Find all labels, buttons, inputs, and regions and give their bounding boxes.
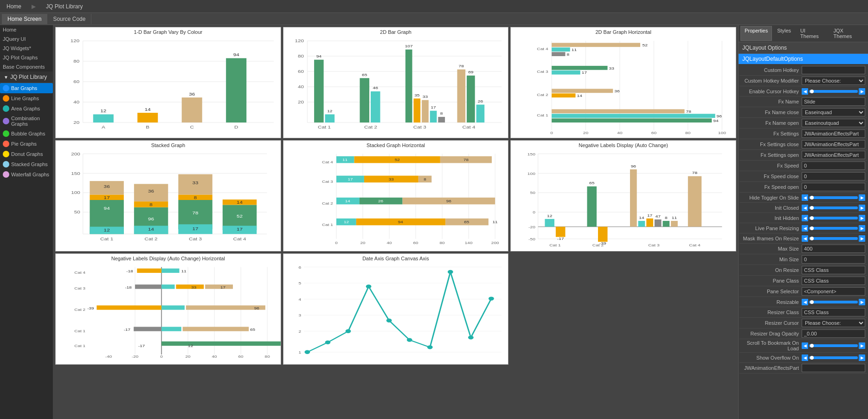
tab-styles[interactable]: Styles <box>773 26 795 41</box>
sidebar-item-bubble-graphs[interactable]: Bubble Graphs <box>0 129 53 139</box>
sidebar-item-jquery-ui[interactable]: JQuery UI <box>0 34 53 44</box>
right-panel-selected[interactable]: JQLayoutDefaultOptions <box>739 54 868 64</box>
slider-left-btn[interactable]: ◀ <box>802 235 808 242</box>
slider-right-btn[interactable]: ▶ <box>859 342 865 349</box>
prop-input[interactable] <box>802 183 865 191</box>
svg-text:12: 12 <box>327 109 332 113</box>
svg-rect-269 <box>161 342 281 346</box>
tab-jqx-themes[interactable]: JQX Themes <box>829 26 866 41</box>
svg-point-291 <box>406 338 412 342</box>
prop-select[interactable]: Please Choose: <box>802 319 865 327</box>
slider-track[interactable] <box>809 90 858 93</box>
slider-left-btn[interactable]: ◀ <box>802 355 808 361</box>
sidebar-item-waterfall-graphs[interactable]: Waterfall Graphs <box>0 169 53 180</box>
prop-input[interactable] <box>802 329 865 338</box>
prop-input[interactable] <box>802 255 865 264</box>
svg-text:Cat 2: Cat 2 <box>592 243 604 247</box>
prop-input[interactable] <box>802 287 865 296</box>
bar-graphs-icon <box>3 85 9 91</box>
prop-input[interactable] <box>802 66 865 74</box>
slider-left-btn[interactable]: ◀ <box>802 215 808 221</box>
prop-select[interactable]: Easeinoutquad <box>802 119 865 127</box>
svg-text:60: 60 <box>651 131 656 135</box>
slider-right-btn[interactable]: ▶ <box>859 235 865 242</box>
prop-input[interactable] <box>802 277 865 285</box>
slider-right-btn[interactable]: ▶ <box>859 205 865 211</box>
svg-point-286 <box>304 350 310 354</box>
slider-thumb[interactable] <box>810 226 814 230</box>
sidebar-item-combination-graphs[interactable]: Combination Graphs <box>0 114 53 129</box>
prop-input[interactable] <box>802 266 865 274</box>
slider-right-btn[interactable]: ▶ <box>859 355 865 361</box>
prop-label: Scroll To Bookmark On Load <box>741 340 802 351</box>
prop-select[interactable]: Easeinquad <box>802 108 865 116</box>
slider-right-btn[interactable]: ▶ <box>859 194 865 201</box>
svg-text:17: 17 <box>647 213 652 217</box>
slider-track[interactable] <box>809 344 858 347</box>
slider-track[interactable] <box>809 206 858 209</box>
sidebar-item-area-graphs[interactable]: Area Graphs <box>0 103 53 114</box>
slider-thumb[interactable] <box>810 300 814 304</box>
base-components-label: Base Components <box>3 64 45 70</box>
prop-input[interactable] <box>802 129 865 138</box>
svg-text:200: 200 <box>491 241 499 245</box>
slider-left-btn[interactable]: ◀ <box>802 342 808 349</box>
prop-input[interactable] <box>802 151 865 159</box>
slider-track[interactable] <box>809 301 858 303</box>
slider-right-btn[interactable]: ▶ <box>859 215 865 221</box>
slider-left-btn[interactable]: ◀ <box>802 299 808 305</box>
prop-label: Resizer Cursor <box>741 320 802 326</box>
slider-left-btn[interactable]: ◀ <box>802 225 808 232</box>
prop-input[interactable] <box>802 97 865 106</box>
prop-row: Show Overflow On◀▶ <box>739 353 867 363</box>
slider-thumb[interactable] <box>810 90 814 93</box>
lib-header[interactable]: ▼ JQ Plot Library <box>0 71 53 83</box>
sidebar-item-base-components[interactable]: Base Components <box>0 62 53 71</box>
nav-jq-plot-library[interactable]: JQ Plot Library <box>43 1 85 12</box>
sidebar-item-donut-graphs[interactable]: Donut Graphs <box>0 149 53 159</box>
slider-track[interactable] <box>809 237 858 240</box>
prop-value-container <box>802 255 865 264</box>
area-graphs-icon <box>3 105 9 112</box>
slider-right-btn[interactable]: ▶ <box>859 225 865 232</box>
prop-input[interactable] <box>802 172 865 180</box>
sidebar-item-jq-plot-graphs[interactable]: JQ Plot Graphs <box>0 53 53 62</box>
slider-right-btn[interactable]: ▶ <box>859 88 865 95</box>
slider-track[interactable] <box>809 356 858 359</box>
sidebar-item-bar-graphs[interactable]: Bar Graphs <box>0 83 53 93</box>
tab-ui-themes[interactable]: UI Themes <box>796 26 828 41</box>
svg-rect-83 <box>552 66 607 70</box>
slider-thumb[interactable] <box>810 196 814 200</box>
slider-thumb[interactable] <box>810 216 814 220</box>
slider-left-btn[interactable]: ◀ <box>802 194 808 201</box>
sidebar-item-home[interactable]: Home <box>0 25 53 34</box>
slider-thumb[interactable] <box>810 356 814 360</box>
prop-select[interactable]: Please Choose: <box>802 77 865 85</box>
svg-text:200: 200 <box>71 152 80 156</box>
prop-label: Pane Class <box>741 278 802 284</box>
slider-left-btn[interactable]: ◀ <box>802 205 808 211</box>
tab-properties[interactable]: Properties <box>740 26 772 41</box>
slider-left-btn[interactable]: ◀ <box>802 88 808 95</box>
prop-input[interactable] <box>802 161 865 170</box>
svg-rect-204 <box>587 187 597 227</box>
prop-input[interactable] <box>802 364 865 372</box>
sidebar-item-pie-graphs[interactable]: Pie Graphs <box>0 139 53 149</box>
tab-source-code[interactable]: Source Code <box>47 14 91 24</box>
svg-text:78: 78 <box>692 171 697 175</box>
slider-right-btn[interactable]: ▶ <box>859 299 865 305</box>
sidebar-item-stacked-graphs[interactable]: Stacked Graphs <box>0 159 53 169</box>
prop-input[interactable] <box>802 308 865 316</box>
slider-track[interactable] <box>809 196 858 199</box>
slider-track[interactable] <box>809 227 858 230</box>
prop-input[interactable] <box>802 245 865 253</box>
slider-thumb[interactable] <box>810 344 814 348</box>
prop-input[interactable] <box>802 140 865 148</box>
slider-track[interactable] <box>809 217 858 219</box>
slider-thumb[interactable] <box>810 206 814 210</box>
sidebar-item-jq-widgets[interactable]: JQ Widgets* <box>0 44 53 53</box>
tab-home-screen[interactable]: Home Screen <box>2 14 47 24</box>
slider-thumb[interactable] <box>810 237 814 240</box>
nav-home[interactable]: Home <box>4 1 24 12</box>
sidebar-item-line-graphs[interactable]: Line Graphs <box>0 93 53 103</box>
